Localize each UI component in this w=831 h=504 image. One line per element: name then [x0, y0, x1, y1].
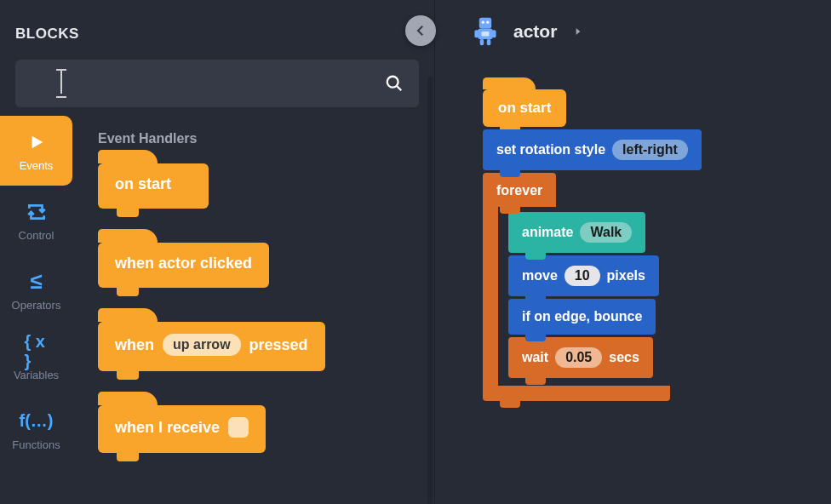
svg-rect-11	[492, 30, 496, 37]
key-pill[interactable]: up arrow	[163, 334, 241, 356]
script-hat-on-start[interactable]: on start	[483, 89, 566, 127]
search-input[interactable]	[31, 75, 385, 93]
block-label: secs	[609, 350, 639, 365]
category-functions[interactable]: f(…) Functions	[0, 395, 72, 465]
block-when-key-pressed[interactable]: when up arrow pressed	[98, 322, 325, 371]
block-label: forever	[496, 183, 542, 198]
svg-marker-2	[32, 135, 43, 148]
svg-rect-3	[479, 18, 491, 29]
forever-foot[interactable]	[483, 386, 670, 401]
svg-line-1	[397, 86, 402, 91]
category-operators[interactable]: ≤ Operators	[0, 255, 72, 325]
svg-rect-10	[474, 30, 479, 37]
rotation-style-pill[interactable]: left-right	[612, 140, 688, 160]
forever-body: animate Walk move 10 pixels if on edge, …	[483, 207, 702, 386]
block-label: set rotation style	[496, 142, 605, 158]
block-label: on start	[115, 175, 171, 193]
loop-icon	[25, 200, 49, 224]
collapse-panel-button[interactable]	[405, 15, 436, 46]
block-label: on start	[498, 100, 551, 116]
text-cursor-icon	[51, 70, 72, 97]
script-canvas[interactable]: actor on start set rotation style left-r…	[434, 0, 831, 504]
animation-pill[interactable]: Walk	[580, 222, 632, 243]
actor-name[interactable]: actor	[513, 21, 557, 42]
block-label: wait	[522, 350, 548, 365]
block-wait[interactable]: wait 0.05 secs	[508, 337, 653, 378]
play-icon	[25, 130, 49, 154]
block-forever[interactable]: forever	[483, 173, 556, 207]
block-label: when I receive	[115, 419, 220, 437]
block-label: pressed	[249, 336, 308, 354]
chevron-right-icon[interactable]	[572, 26, 584, 37]
lte-icon: ≤	[25, 270, 49, 294]
svg-point-5	[486, 21, 489, 24]
block-when-actor-clicked[interactable]: when actor clicked	[98, 243, 269, 288]
palette-heading: Event Handlers	[98, 131, 434, 146]
category-label: Functions	[12, 438, 60, 451]
script-stack[interactable]: on start set rotation style left-right f…	[483, 89, 702, 401]
block-move[interactable]: move 10 pixels	[508, 255, 659, 296]
svg-rect-7	[482, 32, 490, 36]
category-label: Variables	[14, 369, 59, 381]
svg-point-0	[387, 77, 398, 88]
block-on-start[interactable]: on start	[98, 163, 209, 209]
category-label: Control	[19, 229, 54, 242]
category-label: Events	[20, 159, 54, 172]
svg-rect-8	[480, 39, 484, 45]
fn-icon: f(…)	[25, 410, 49, 433]
block-animate[interactable]: animate Walk	[508, 212, 645, 253]
svg-marker-12	[576, 28, 581, 35]
braces-icon: { x }	[25, 340, 49, 364]
category-variables[interactable]: { x } Variables	[0, 325, 72, 395]
block-label: animate	[522, 225, 573, 240]
block-set-rotation-style[interactable]: set rotation style left-right	[483, 129, 702, 170]
block-when-i-receive[interactable]: when I receive	[98, 405, 266, 453]
category-label: Operators	[12, 299, 61, 312]
block-label: pixels	[607, 268, 645, 284]
block-label: when	[115, 336, 154, 354]
svg-rect-9	[487, 39, 491, 45]
category-control[interactable]: Control	[0, 186, 72, 255]
block-label: when actor clicked	[115, 255, 252, 272]
message-pill[interactable]	[228, 417, 249, 438]
panel-title: BLOCKS	[0, 0, 434, 43]
scrollbar[interactable]	[427, 77, 433, 504]
block-label: if on edge, bounce	[522, 309, 642, 324]
block-if-on-edge-bounce[interactable]: if on edge, bounce	[508, 299, 656, 335]
wait-value-pill[interactable]: 0.05	[555, 347, 602, 368]
category-rail: Events Control ≤ Operators { x } Variabl…	[0, 116, 72, 504]
search-icon[interactable]	[385, 74, 404, 93]
block-palette[interactable]: Event Handlers on start when actor click…	[72, 116, 434, 504]
actor-sprite-icon[interactable]	[469, 15, 501, 48]
block-label: move	[522, 268, 558, 284]
svg-point-4	[482, 21, 484, 24]
category-events[interactable]: Events	[0, 116, 72, 186]
search-input-container[interactable]	[15, 60, 419, 107]
move-value-pill[interactable]: 10	[565, 266, 600, 286]
